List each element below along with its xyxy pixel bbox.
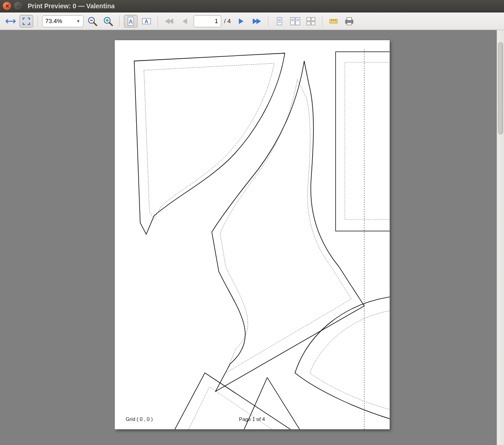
prev-page-icon xyxy=(181,17,189,25)
zoom-out-button[interactable] xyxy=(85,15,99,28)
toolbar-separator xyxy=(322,16,322,27)
window-titlebar: ✕ – Print Preview: 0 — Valentina xyxy=(0,0,504,12)
printer-icon xyxy=(344,17,354,26)
svg-marker-13 xyxy=(165,18,170,24)
svg-line-7 xyxy=(109,23,112,25)
portrait-button[interactable]: A xyxy=(124,15,138,28)
svg-rect-31 xyxy=(311,22,315,25)
zoom-value: 73.4% xyxy=(45,18,62,24)
zoom-combo[interactable]: 73.4% ▼ xyxy=(42,15,84,27)
toolbar-separator xyxy=(268,16,268,27)
facing-pages-icon xyxy=(290,17,301,26)
facing-pages-view-button[interactable] xyxy=(288,15,302,28)
toolbar-separator xyxy=(158,16,158,27)
svg-rect-23 xyxy=(296,18,300,25)
toolbar-separator xyxy=(37,16,38,27)
prev-page-button xyxy=(178,15,192,28)
zoom-in-button[interactable] xyxy=(101,15,115,28)
svg-rect-18 xyxy=(277,18,282,25)
landscape-button[interactable]: A xyxy=(140,15,153,28)
window-title: Print Preview: 0 — Valentina xyxy=(28,2,115,10)
svg-rect-41 xyxy=(345,62,389,219)
ruler-icon xyxy=(329,17,338,26)
scrollbar-thumb[interactable] xyxy=(498,42,503,134)
page-number-input[interactable] xyxy=(194,15,221,27)
minimize-icon[interactable]: – xyxy=(14,2,22,10)
svg-rect-37 xyxy=(347,18,352,20)
print-preview-toolbar: 73.4% ▼ A A xyxy=(0,12,504,30)
all-pages-view-button[interactable] xyxy=(304,15,318,28)
chevron-down-icon: ▼ xyxy=(76,19,80,24)
svg-rect-28 xyxy=(307,18,310,21)
fit-width-icon xyxy=(6,17,16,25)
svg-text:A: A xyxy=(129,18,133,25)
svg-marker-17 xyxy=(256,18,261,24)
svg-line-3 xyxy=(94,23,97,25)
fit-page-icon xyxy=(22,17,31,26)
close-icon[interactable]: ✕ xyxy=(3,2,11,10)
fit-width-button[interactable] xyxy=(4,15,18,28)
single-page-icon xyxy=(275,17,284,26)
svg-marker-14 xyxy=(182,18,187,24)
svg-rect-40 xyxy=(335,52,389,231)
preview-page: Grid ( 0 , 0 ) Page 1 of 4 xyxy=(115,40,389,429)
vertical-scrollbar[interactable] xyxy=(497,30,504,445)
next-page-button[interactable] xyxy=(234,15,248,28)
landscape-icon: A xyxy=(141,17,152,25)
last-page-button[interactable] xyxy=(250,15,264,28)
last-page-icon xyxy=(252,17,262,25)
preview-viewport[interactable]: Grid ( 0 , 0 ) Page 1 of 4 xyxy=(0,30,504,445)
page-total-label: / 4 xyxy=(224,18,231,24)
svg-rect-29 xyxy=(311,18,315,21)
toolbar-separator xyxy=(119,16,120,27)
zoom-out-icon xyxy=(87,16,97,26)
svg-marker-15 xyxy=(239,18,243,24)
all-pages-icon xyxy=(306,17,316,26)
first-page-icon xyxy=(164,17,174,25)
next-page-icon xyxy=(237,17,245,25)
pattern-drawing xyxy=(115,40,389,429)
first-page-button xyxy=(162,15,176,28)
svg-rect-22 xyxy=(291,18,295,25)
svg-text:A: A xyxy=(145,18,148,24)
page-number-label: Page 1 of 4 xyxy=(115,416,389,422)
single-page-view-button[interactable] xyxy=(273,15,286,28)
print-button[interactable] xyxy=(342,15,356,28)
fit-page-button[interactable] xyxy=(19,15,33,28)
page-footer: Grid ( 0 , 0 ) Page 1 of 4 xyxy=(115,416,389,422)
page-setup-button[interactable] xyxy=(327,15,340,28)
zoom-in-icon xyxy=(103,16,113,26)
svg-rect-30 xyxy=(307,22,310,25)
portrait-icon: A xyxy=(127,16,135,26)
svg-rect-38 xyxy=(347,23,352,25)
